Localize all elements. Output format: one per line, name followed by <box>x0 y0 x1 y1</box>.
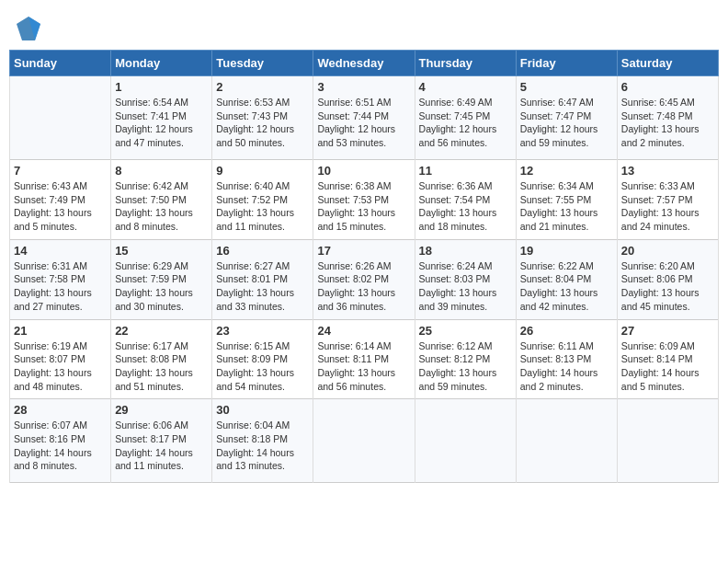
calendar-cell: 18 Sunrise: 6:24 AM Sunset: 8:03 PM Dayl… <box>415 239 516 319</box>
sunrise-text: Sunrise: 6:14 AM <box>317 340 391 351</box>
cell-content: Sunrise: 6:33 AM Sunset: 7:57 PM Dayligh… <box>621 179 714 234</box>
daylight-text: Daylight: 13 hours and 2 minutes. <box>621 123 700 148</box>
sunrise-text: Sunrise: 6:45 AM <box>621 97 695 108</box>
calendar-cell: 1 Sunrise: 6:54 AM Sunset: 7:41 PM Dayli… <box>111 76 212 160</box>
daylight-text: Daylight: 13 hours and 39 minutes. <box>419 287 497 312</box>
calendar-cell: 20 Sunrise: 6:20 AM Sunset: 8:06 PM Dayl… <box>617 239 718 319</box>
day-number: 25 <box>419 324 512 338</box>
weekday-header-friday: Friday <box>516 51 617 76</box>
calendar-cell: 29 Sunrise: 6:06 AM Sunset: 8:17 PM Dayl… <box>111 399 212 483</box>
sunrise-text: Sunrise: 6:36 AM <box>419 180 493 191</box>
sunrise-text: Sunrise: 6:31 AM <box>14 260 87 271</box>
header <box>9 9 719 42</box>
day-number: 12 <box>520 164 613 178</box>
sunrise-text: Sunrise: 6:07 AM <box>14 419 87 431</box>
sunrise-text: Sunrise: 6:12 AM <box>419 340 493 351</box>
sunrise-text: Sunrise: 6:17 AM <box>115 340 188 351</box>
daylight-text: Daylight: 13 hours and 5 minutes. <box>14 207 92 232</box>
cell-content: Sunrise: 6:54 AM Sunset: 7:41 PM Dayligh… <box>115 96 208 150</box>
calendar-cell: 6 Sunrise: 6:45 AM Sunset: 7:48 PM Dayli… <box>617 76 718 160</box>
cell-content: Sunrise: 6:38 AM Sunset: 7:53 PM Dayligh… <box>317 179 410 234</box>
calendar-cell: 12 Sunrise: 6:34 AM Sunset: 7:55 PM Dayl… <box>516 160 617 240</box>
calendar-header-row: SundayMondayTuesdayWednesdayThursdayFrid… <box>10 51 719 76</box>
cell-content: Sunrise: 6:31 AM Sunset: 7:58 PM Dayligh… <box>14 259 107 314</box>
cell-content: Sunrise: 6:06 AM Sunset: 8:17 PM Dayligh… <box>115 419 208 473</box>
day-number: 20 <box>621 244 714 258</box>
daylight-text: Daylight: 13 hours and 36 minutes. <box>317 287 395 312</box>
cell-content: Sunrise: 6:11 AM Sunset: 8:13 PM Dayligh… <box>520 339 613 394</box>
sunset-text: Sunset: 7:49 PM <box>14 194 85 205</box>
day-number: 18 <box>419 244 512 258</box>
day-number: 1 <box>115 80 208 94</box>
daylight-text: Daylight: 13 hours and 18 minutes. <box>419 207 497 232</box>
day-number: 8 <box>115 164 208 178</box>
sunrise-text: Sunrise: 6:04 AM <box>216 419 290 431</box>
cell-content: Sunrise: 6:36 AM Sunset: 7:54 PM Dayligh… <box>419 179 512 234</box>
logo <box>13 15 42 42</box>
daylight-text: Daylight: 14 hours and 13 minutes. <box>216 447 294 472</box>
sunrise-text: Sunrise: 6:34 AM <box>520 180 594 191</box>
calendar-cell: 2 Sunrise: 6:53 AM Sunset: 7:43 PM Dayli… <box>212 76 313 160</box>
calendar-cell: 9 Sunrise: 6:40 AM Sunset: 7:52 PM Dayli… <box>212 160 313 240</box>
weekday-header-thursday: Thursday <box>415 51 516 76</box>
cell-content: Sunrise: 6:34 AM Sunset: 7:55 PM Dayligh… <box>520 179 613 234</box>
sunrise-text: Sunrise: 6:29 AM <box>115 260 188 271</box>
sunrise-text: Sunrise: 6:38 AM <box>317 180 391 191</box>
day-number: 26 <box>520 324 613 338</box>
calendar-cell: 8 Sunrise: 6:42 AM Sunset: 7:50 PM Dayli… <box>111 160 212 240</box>
calendar-cell: 13 Sunrise: 6:33 AM Sunset: 7:57 PM Dayl… <box>617 160 718 240</box>
calendar-week-row: 14 Sunrise: 6:31 AM Sunset: 7:58 PM Dayl… <box>10 239 719 319</box>
day-number: 22 <box>115 324 208 338</box>
day-number: 9 <box>216 164 309 178</box>
calendar-cell: 17 Sunrise: 6:26 AM Sunset: 8:02 PM Dayl… <box>313 239 415 319</box>
sunrise-text: Sunrise: 6:51 AM <box>317 97 391 108</box>
cell-content: Sunrise: 6:27 AM Sunset: 8:01 PM Dayligh… <box>216 259 309 314</box>
sunrise-text: Sunrise: 6:24 AM <box>419 260 493 271</box>
sunrise-text: Sunrise: 6:09 AM <box>621 340 695 351</box>
sunrise-text: Sunrise: 6:42 AM <box>115 180 188 191</box>
daylight-text: Daylight: 13 hours and 24 minutes. <box>621 207 700 232</box>
sunrise-text: Sunrise: 6:43 AM <box>14 180 87 191</box>
sunrise-text: Sunrise: 6:49 AM <box>419 97 493 108</box>
daylight-text: Daylight: 14 hours and 11 minutes. <box>115 447 193 472</box>
cell-content: Sunrise: 6:24 AM Sunset: 8:03 PM Dayligh… <box>419 259 512 314</box>
calendar-cell: 10 Sunrise: 6:38 AM Sunset: 7:53 PM Dayl… <box>313 160 415 240</box>
calendar-cell: 15 Sunrise: 6:29 AM Sunset: 7:59 PM Dayl… <box>111 239 212 319</box>
daylight-text: Daylight: 12 hours and 53 minutes. <box>317 123 395 148</box>
weekday-header-wednesday: Wednesday <box>313 51 415 76</box>
cell-content: Sunrise: 6:43 AM Sunset: 7:49 PM Dayligh… <box>14 179 107 234</box>
sunrise-text: Sunrise: 6:33 AM <box>621 180 695 191</box>
cell-content: Sunrise: 6:29 AM Sunset: 7:59 PM Dayligh… <box>115 259 208 314</box>
day-number: 4 <box>419 80 512 94</box>
sunset-text: Sunset: 8:09 PM <box>216 353 288 364</box>
sunset-text: Sunset: 8:17 PM <box>115 433 187 444</box>
sunrise-text: Sunrise: 6:27 AM <box>216 260 290 271</box>
calendar-cell: 7 Sunrise: 6:43 AM Sunset: 7:49 PM Dayli… <box>10 160 111 240</box>
sunrise-text: Sunrise: 6:22 AM <box>520 260 594 271</box>
calendar-cell <box>10 76 111 160</box>
cell-content: Sunrise: 6:17 AM Sunset: 8:08 PM Dayligh… <box>115 339 208 394</box>
sunrise-text: Sunrise: 6:54 AM <box>115 97 188 108</box>
sunrise-text: Sunrise: 6:47 AM <box>520 97 594 108</box>
calendar-cell <box>516 399 617 483</box>
sunset-text: Sunset: 7:41 PM <box>115 110 187 121</box>
calendar-table: SundayMondayTuesdayWednesdayThursdayFrid… <box>9 50 719 483</box>
calendar-cell: 21 Sunrise: 6:19 AM Sunset: 8:07 PM Dayl… <box>10 319 111 399</box>
sunset-text: Sunset: 8:14 PM <box>621 353 693 364</box>
weekday-header-saturday: Saturday <box>617 51 718 76</box>
sunset-text: Sunset: 7:43 PM <box>216 110 288 121</box>
sunrise-text: Sunrise: 6:15 AM <box>216 340 290 351</box>
sunset-text: Sunset: 8:04 PM <box>520 273 592 284</box>
calendar-cell: 23 Sunrise: 6:15 AM Sunset: 8:09 PM Dayl… <box>212 319 313 399</box>
daylight-text: Daylight: 13 hours and 27 minutes. <box>14 287 92 312</box>
day-number: 27 <box>621 324 714 338</box>
sunrise-text: Sunrise: 6:06 AM <box>115 419 188 431</box>
sunset-text: Sunset: 8:12 PM <box>419 353 491 364</box>
day-number: 24 <box>317 324 410 338</box>
daylight-text: Daylight: 14 hours and 8 minutes. <box>14 447 92 472</box>
calendar-cell: 19 Sunrise: 6:22 AM Sunset: 8:04 PM Dayl… <box>516 239 617 319</box>
daylight-text: Daylight: 13 hours and 33 minutes. <box>216 287 294 312</box>
sunset-text: Sunset: 8:11 PM <box>317 353 389 364</box>
sunset-text: Sunset: 8:13 PM <box>520 353 592 364</box>
daylight-text: Daylight: 14 hours and 2 minutes. <box>520 367 598 392</box>
